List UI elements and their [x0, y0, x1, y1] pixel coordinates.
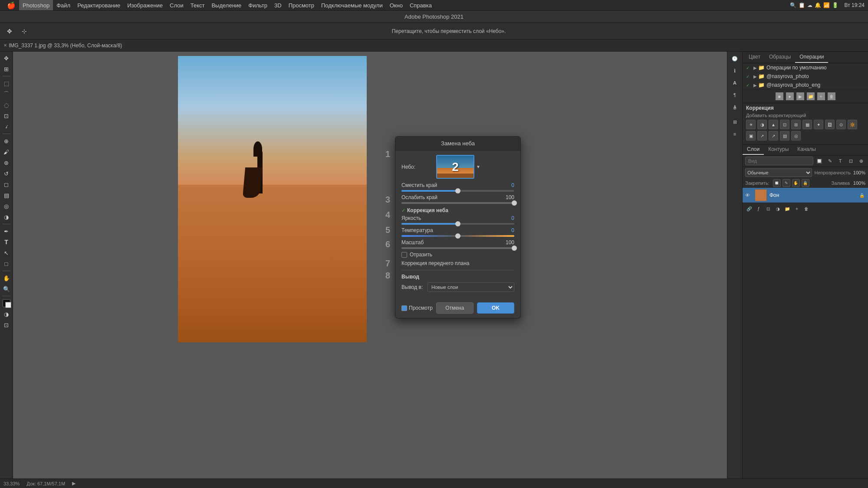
screen-mode[interactable]: ⊡ [2, 320, 11, 330]
temperature-track[interactable] [401, 235, 514, 237]
move-tool-btn[interactable]: ✥ [3, 25, 16, 37]
op-delete-btn[interactable]: 🗑 [828, 92, 835, 100]
corr-hsl-btn[interactable]: ▦ [802, 120, 812, 129]
op-row-1[interactable]: ✓ ▶ 📁 Операции по умолчанию [743, 63, 868, 72]
corr-vibrance-btn[interactable]: ⊞ [791, 120, 801, 129]
scale-thumb[interactable] [512, 246, 517, 251]
corr-curves-btn[interactable]: ▲ [769, 120, 778, 129]
tab-channels[interactable]: Каналы [793, 144, 820, 155]
layer-new-btn[interactable]: + [793, 205, 801, 213]
char-style-icon[interactable]: A̲ [730, 102, 740, 112]
sky-thumbnail[interactable]: 2 [436, 155, 474, 179]
layer-link-btn[interactable]: 🔗 [745, 205, 753, 213]
op-play-btn[interactable]: ▶ [796, 92, 804, 100]
corr-brightness-btn[interactable]: ☀ [746, 120, 756, 129]
arrow-btn[interactable]: ▶ [72, 481, 76, 486]
op-stop-btn[interactable]: ■ [776, 92, 783, 100]
shape-tool[interactable]: □ [2, 259, 11, 269]
apple-menu[interactable]: 🍎 [3, 0, 19, 10]
temperature-thumb[interactable] [455, 233, 460, 239]
tab-swatches[interactable]: Образцы [765, 52, 795, 63]
gradient-tool[interactable]: ▤ [2, 190, 11, 200]
corr-colorbalance-btn[interactable]: ✦ [814, 120, 823, 129]
layers-search[interactable] [745, 157, 813, 165]
cancel-button[interactable]: Отмена [436, 302, 473, 314]
corr-selective-btn[interactable]: ◎ [791, 131, 801, 141]
op-row-3[interactable]: ✓ ▶ 📁 @nasyrova_photo_eng [743, 81, 868, 89]
corr-photo-btn[interactable]: ⊙ [836, 120, 846, 129]
tool-options[interactable]: ⊹ [18, 25, 30, 37]
quick-mask-toggle[interactable]: ◑ [2, 309, 11, 319]
layer-adj-btn[interactable]: ◑ [774, 205, 782, 213]
lock-pixel-btn[interactable]: 🔲 [773, 179, 781, 187]
menu-edit[interactable]: Редактирование [74, 0, 124, 10]
eraser-tool[interactable]: ◻ [2, 180, 11, 189]
layer-comps-icon[interactable]: ⊞ [730, 117, 740, 127]
spot-healing-tool[interactable]: ⊕ [2, 136, 11, 146]
lock-brush-btn[interactable]: ✎ [783, 179, 790, 187]
menu-help[interactable]: Справка [406, 0, 435, 10]
corr-gradient-btn[interactable]: ▤ [780, 131, 789, 141]
corr-bw-btn[interactable]: 🖼 [825, 120, 835, 129]
shift-edge-thumb[interactable] [455, 188, 460, 193]
sky-dropdown-arrow[interactable]: ▼ [476, 164, 480, 169]
pen-tool[interactable]: ✒ [2, 226, 11, 236]
corr-channel-btn[interactable]: 🔆 [848, 120, 857, 129]
history-brush-tool[interactable]: ↺ [2, 169, 11, 178]
history-icon[interactable]: 🕐 [730, 53, 740, 64]
flip-checkbox[interactable] [401, 252, 407, 258]
menu-3d[interactable]: 3D [271, 0, 285, 10]
clone-stamp-tool[interactable]: ⊛ [2, 158, 11, 167]
corr-posterize-btn[interactable]: ↗ [757, 131, 767, 141]
menu-text[interactable]: Текст [187, 0, 208, 10]
menu-layers[interactable]: Слои [166, 0, 187, 10]
fade-edge-track[interactable] [401, 202, 514, 204]
menu-select[interactable]: Выделение [208, 0, 245, 10]
menu-image[interactable]: Изображение [124, 0, 166, 10]
blend-mode-select[interactable]: Обычные [745, 168, 812, 177]
paragraph-icon[interactable]: ¶ [730, 90, 740, 100]
hand-tool[interactable]: ✋ [2, 273, 11, 283]
zoom-tool[interactable]: 🔍 [2, 284, 11, 294]
marquee-tool[interactable]: ⬚ [2, 79, 11, 88]
layer-fx-btn[interactable]: ƒ [755, 205, 763, 213]
layers-filter-btn1[interactable]: 🔲 [815, 157, 824, 165]
path-select-tool[interactable]: ↖ [2, 248, 11, 258]
layer-row-bg[interactable]: 👁 Фон 🔒 [743, 188, 868, 203]
tab-color[interactable]: Цвет [744, 52, 765, 63]
char-icon[interactable]: A [730, 78, 740, 88]
op-new-set-btn[interactable]: 📁 [807, 92, 815, 100]
tab-layers[interactable]: Слои [743, 144, 764, 155]
op-record-btn[interactable]: ● [786, 92, 794, 100]
menu-photoshop[interactable]: Photoshop [19, 0, 53, 10]
fade-edge-thumb[interactable] [512, 200, 517, 206]
blur-tool[interactable]: ◎ [2, 201, 11, 211]
corr-levels-btn[interactable]: ◑ [757, 120, 767, 129]
foreground-color[interactable] [3, 299, 10, 307]
brightness-track[interactable] [401, 223, 514, 225]
layer-delete-btn[interactable]: 🗑 [802, 205, 810, 213]
adjustments-icon[interactable]: ≡ [730, 129, 740, 139]
preview-checkbox[interactable] [401, 305, 407, 311]
menu-file[interactable]: Файл [53, 0, 74, 10]
info-icon[interactable]: ℹ [730, 66, 740, 76]
dodge-tool[interactable]: ◑ [2, 212, 11, 222]
layers-filter-btn2[interactable]: ✎ [825, 157, 834, 165]
crop-tool[interactable]: ⊡ [2, 111, 11, 121]
tab-operations[interactable]: Операции [795, 52, 828, 63]
shift-edge-track[interactable] [401, 190, 514, 192]
layers-filter-btn4[interactable]: ⊡ [846, 157, 855, 165]
brightness-thumb[interactable] [455, 221, 460, 226]
menu-plugins[interactable]: Подключаемые модули [318, 0, 386, 10]
lock-all-btn[interactable]: 🔒 [802, 179, 809, 187]
tab-paths[interactable]: Контуры [764, 144, 793, 155]
type-tool[interactable]: T [2, 237, 11, 247]
output-select[interactable]: Новые слои [427, 282, 514, 292]
brush-tool[interactable]: 🖌 [2, 147, 11, 157]
tab-close-btn[interactable]: ✕ [3, 43, 7, 48]
ok-button[interactable]: OK [477, 302, 514, 314]
canvas-area[interactable]: 1 3 4 5 6 7 8 Замена неба Небо: 2 [13, 52, 727, 488]
artboard-tool[interactable]: ⊞ [2, 64, 11, 74]
layers-filter-btn5[interactable]: ⊕ [857, 157, 865, 165]
lock-position-btn[interactable]: ✋ [792, 179, 800, 187]
